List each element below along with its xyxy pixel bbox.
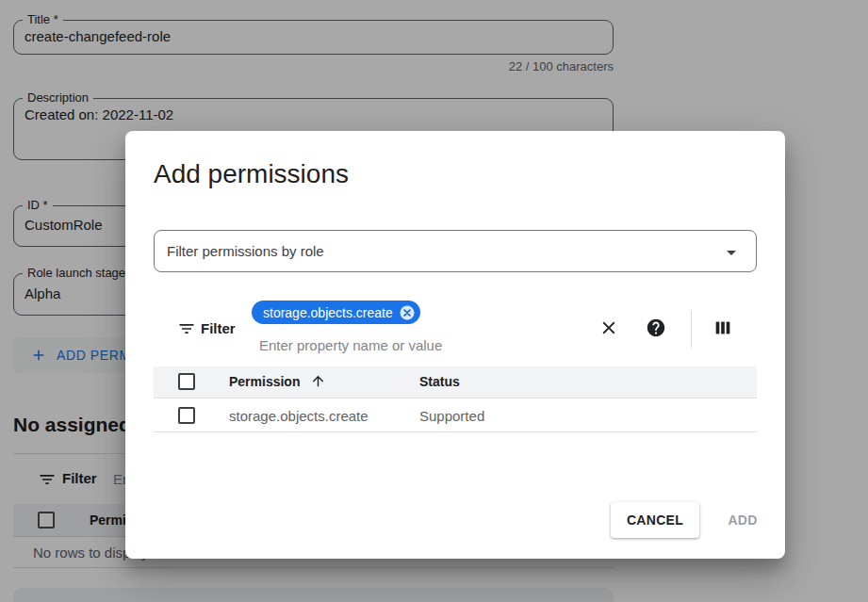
add-permissions-dialog: Add permissions Filter permissions by ro…: [125, 131, 785, 559]
page: Title * create-changefeed-role 22 / 100 …: [0, 0, 868, 602]
row-checkbox[interactable]: [178, 407, 195, 424]
chip-remove-icon[interactable]: [399, 304, 416, 321]
clear-filter-icon[interactable]: [598, 317, 619, 338]
help-icon[interactable]: [646, 317, 666, 338]
column-header-status[interactable]: Status: [419, 374, 460, 389]
role-filter-select-value: Filter permissions by role: [167, 243, 324, 259]
toolbar-divider: [691, 310, 692, 348]
filter-icon: [177, 319, 196, 338]
dropdown-arrow-icon: [720, 241, 743, 264]
cancel-button[interactable]: CANCEL: [611, 502, 699, 538]
filter-label: Filter: [201, 320, 236, 336]
select-all-checkbox[interactable]: [178, 373, 195, 390]
sort-ascending-icon[interactable]: [310, 373, 326, 389]
cell-permission: storage.objects.create: [229, 408, 368, 424]
column-header-permission[interactable]: Permission: [229, 374, 300, 389]
cell-status: Supported: [419, 408, 484, 424]
role-filter-select[interactable]: Filter permissions by role: [154, 230, 757, 272]
table-row[interactable]: storage.objects.create Supported: [154, 399, 757, 432]
dialog-title: Add permissions: [154, 159, 349, 189]
add-button[interactable]: ADD: [712, 502, 774, 538]
filter-chip-label: storage.objects.create: [263, 305, 393, 320]
table-header-row: Permission Status: [154, 366, 757, 399]
filter-input[interactable]: Enter property name or value: [259, 337, 442, 353]
filter-chip[interactable]: storage.objects.create: [252, 301, 420, 324]
column-settings-icon[interactable]: [712, 317, 733, 338]
